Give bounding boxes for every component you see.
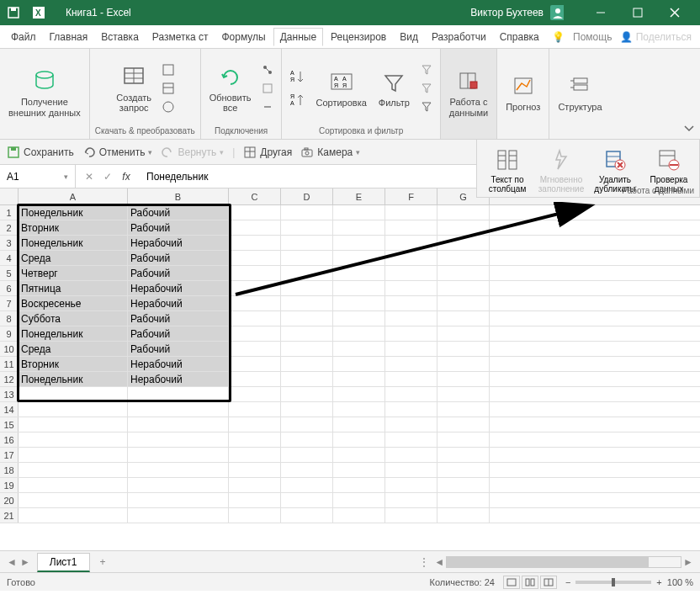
cell[interactable]: Понедельник bbox=[19, 205, 128, 220]
cell[interactable] bbox=[229, 281, 281, 295]
cell[interactable] bbox=[438, 342, 490, 356]
cell[interactable]: Понедельник bbox=[19, 236, 128, 250]
cell[interactable] bbox=[229, 508, 281, 523]
cell[interactable] bbox=[438, 266, 490, 280]
col-header[interactable]: E bbox=[333, 188, 385, 204]
cell[interactable] bbox=[385, 448, 438, 462]
tab-prev-icon[interactable]: ◄ bbox=[7, 556, 17, 568]
flash-fill-button[interactable]: Мгновенно заполнение bbox=[534, 145, 588, 195]
cell[interactable] bbox=[438, 478, 490, 492]
cell[interactable] bbox=[281, 463, 333, 477]
cell[interactable] bbox=[333, 236, 385, 250]
spreadsheet-grid[interactable]: ABCDEFG1ПонедельникРабочий2ВторникРабочи… bbox=[0, 188, 700, 550]
cell[interactable] bbox=[281, 387, 333, 401]
menu-справка[interactable]: Справка bbox=[494, 29, 545, 45]
cell[interactable] bbox=[438, 372, 490, 386]
text-to-columns-button[interactable]: Текст по столбцам bbox=[480, 145, 534, 195]
select-all-cell[interactable] bbox=[0, 188, 19, 204]
sort-asc-button[interactable]: АЯ bbox=[287, 66, 307, 87]
cell[interactable]: Понедельник bbox=[19, 326, 128, 341]
cell[interactable] bbox=[385, 402, 438, 417]
cell[interactable] bbox=[229, 311, 281, 326]
cell[interactable] bbox=[385, 251, 438, 265]
cell[interactable] bbox=[229, 387, 281, 401]
menu-разработчи[interactable]: Разработчи bbox=[426, 29, 492, 45]
cell[interactable] bbox=[229, 326, 281, 341]
cell[interactable] bbox=[385, 433, 438, 447]
get-external-data-button[interactable]: Получение внешних данных bbox=[5, 66, 84, 119]
accept-formula-icon[interactable]: ✓ bbox=[101, 170, 114, 183]
cell[interactable] bbox=[333, 266, 385, 280]
cell[interactable]: Среда bbox=[19, 342, 128, 356]
row-header[interactable]: 16 bbox=[0, 433, 19, 447]
cell[interactable] bbox=[281, 493, 333, 507]
user-name[interactable]: Виктор Бухтеев bbox=[470, 7, 544, 19]
cell[interactable] bbox=[19, 448, 128, 462]
redo-button[interactable]: Вернуть▾ bbox=[161, 146, 224, 159]
col-header[interactable]: D bbox=[281, 188, 333, 204]
cell[interactable] bbox=[333, 311, 385, 326]
cell[interactable]: Вторник bbox=[19, 357, 128, 371]
cell[interactable] bbox=[128, 508, 229, 523]
cell[interactable] bbox=[438, 251, 490, 265]
cell[interactable] bbox=[128, 478, 229, 492]
cell[interactable] bbox=[438, 220, 490, 235]
col-header[interactable]: C bbox=[229, 188, 281, 204]
cell[interactable] bbox=[438, 417, 490, 432]
menu-файл[interactable]: Файл bbox=[5, 29, 42, 45]
cell[interactable] bbox=[438, 311, 490, 326]
connections-button[interactable] bbox=[259, 61, 276, 78]
cell[interactable] bbox=[229, 205, 281, 220]
help-link[interactable]: Помощь bbox=[573, 31, 612, 43]
cell[interactable] bbox=[281, 508, 333, 523]
cell[interactable]: Нерабочий bbox=[128, 357, 229, 371]
cell[interactable] bbox=[333, 417, 385, 432]
cell[interactable] bbox=[385, 311, 438, 326]
cell[interactable] bbox=[229, 372, 281, 386]
cell[interactable]: Нерабочий bbox=[128, 281, 229, 295]
cell[interactable] bbox=[229, 266, 281, 280]
row-header[interactable]: 18 bbox=[0, 463, 19, 477]
cell[interactable] bbox=[385, 387, 438, 401]
cell[interactable] bbox=[333, 493, 385, 507]
cell[interactable] bbox=[281, 433, 333, 447]
cell[interactable] bbox=[438, 433, 490, 447]
cell[interactable] bbox=[333, 508, 385, 523]
row-header[interactable]: 3 bbox=[0, 236, 19, 250]
cell[interactable] bbox=[281, 251, 333, 265]
cell[interactable] bbox=[438, 205, 490, 220]
name-box[interactable]: A1▾ bbox=[0, 165, 76, 188]
other-button[interactable]: Другая bbox=[243, 146, 292, 159]
cell[interactable] bbox=[229, 342, 281, 356]
row-header[interactable]: 20 bbox=[0, 493, 19, 507]
cancel-formula-icon[interactable]: ✕ bbox=[82, 170, 96, 183]
cell[interactable] bbox=[229, 236, 281, 250]
tab-next-icon[interactable]: ► bbox=[20, 556, 30, 568]
cell[interactable] bbox=[281, 478, 333, 492]
cell[interactable] bbox=[385, 220, 438, 235]
cell[interactable]: Четверг bbox=[19, 266, 128, 280]
add-sheet-button[interactable]: + bbox=[90, 556, 116, 568]
recent-sources-button[interactable] bbox=[160, 98, 177, 115]
cell[interactable] bbox=[281, 205, 333, 220]
cell[interactable] bbox=[333, 251, 385, 265]
row-header[interactable]: 4 bbox=[0, 251, 19, 265]
collapse-ribbon-icon[interactable] bbox=[683, 122, 695, 134]
cell[interactable] bbox=[229, 296, 281, 310]
cell[interactable] bbox=[438, 236, 490, 250]
scroll-right-icon[interactable]: ► bbox=[683, 556, 693, 568]
cell[interactable] bbox=[281, 448, 333, 462]
cell[interactable] bbox=[128, 448, 229, 462]
row-header[interactable]: 6 bbox=[0, 281, 19, 295]
cell[interactable] bbox=[19, 508, 128, 523]
row-header[interactable]: 13 bbox=[0, 387, 19, 401]
cell[interactable] bbox=[438, 296, 490, 310]
minimize-button[interactable] bbox=[582, 0, 619, 25]
cell[interactable] bbox=[385, 357, 438, 371]
cell[interactable]: Вторник bbox=[19, 220, 128, 235]
cell[interactable]: Среда bbox=[19, 251, 128, 265]
forecast-button[interactable]: Прогноз bbox=[502, 72, 544, 114]
cell[interactable] bbox=[128, 387, 229, 401]
cell[interactable] bbox=[385, 508, 438, 523]
row-header[interactable]: 10 bbox=[0, 342, 19, 356]
